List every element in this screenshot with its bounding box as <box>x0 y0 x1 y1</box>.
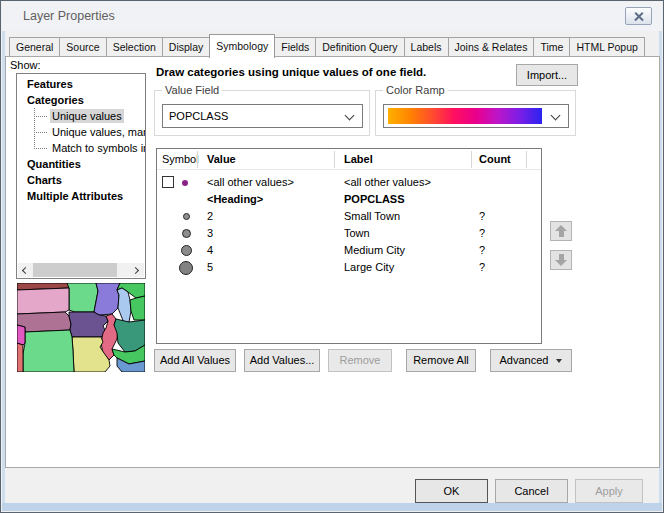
advanced-button[interactable]: Advanced <box>490 349 572 372</box>
column-divider <box>197 151 198 168</box>
tab-time[interactable]: Time <box>533 37 570 56</box>
arrow-down-icon <box>555 254 567 266</box>
tab-strip: GeneralSourceSelectionDisplaySymbologyFi… <box>9 34 644 56</box>
sidebar-item-label: Multiple Attributes <box>25 189 125 203</box>
add-all-values-button[interactable]: Add All Values <box>154 349 236 372</box>
cell-value: 2 <box>207 208 213 225</box>
advanced-button-label: Advanced <box>500 354 549 366</box>
tab-html-popup[interactable]: HTML Popup <box>569 37 644 56</box>
show-list-items: FeaturesCategoriesUnique valuesUnique va… <box>17 76 145 204</box>
add-values-button[interactable]: Add Values... <box>244 349 320 372</box>
color-ramp-swatch <box>388 108 542 124</box>
cell-count: ? <box>479 225 485 242</box>
sidebar-item-label: Match to symbols in a <box>50 141 145 155</box>
tab-display[interactable]: Display <box>162 37 210 56</box>
show-list: FeaturesCategoriesUnique valuesUnique va… <box>16 73 146 279</box>
cell-label: Small Town <box>344 208 400 225</box>
apply-button[interactable]: Apply <box>575 479 643 503</box>
horizontal-scrollbar[interactable] <box>18 263 144 277</box>
table-row[interactable]: <Heading>POPCLASS <box>157 191 541 208</box>
value-field-select[interactable]: POPCLASS <box>162 104 363 128</box>
cell-value: 5 <box>207 259 213 276</box>
value-field-selected: POPCLASS <box>169 110 228 122</box>
table-body: <all other values><all other values><Hea… <box>157 174 541 276</box>
chevron-down-icon <box>345 111 355 121</box>
scroll-left-icon <box>22 266 29 273</box>
tab-fields[interactable]: Fields <box>274 37 316 56</box>
remove-button[interactable]: Remove <box>328 349 392 372</box>
titlebar[interactable]: Layer Properties <box>2 2 662 31</box>
import-button[interactable]: Import... <box>516 64 578 86</box>
table-row[interactable]: 5Large City? <box>157 259 541 276</box>
symbol-table: Symbol Value Label Count <all other valu… <box>156 148 542 344</box>
point-symbol-swatch[interactable] <box>182 229 191 238</box>
color-ramp-label: Color Ramp <box>383 84 448 96</box>
cell-value: 3 <box>207 225 213 242</box>
point-symbol-swatch[interactable] <box>183 213 190 220</box>
tab-labels[interactable]: Labels <box>404 37 449 56</box>
value-field-label: Value Field <box>162 84 222 96</box>
point-symbol-swatch[interactable] <box>179 261 193 275</box>
tab-definition-query[interactable]: Definition Query <box>315 37 404 56</box>
cell-value: <Heading> <box>207 191 263 208</box>
cell-count: ? <box>479 259 485 276</box>
table-row[interactable]: <all other values><all other values> <box>157 174 541 191</box>
table-row[interactable]: 3Town? <box>157 225 541 242</box>
point-symbol-swatch[interactable] <box>182 180 188 186</box>
window-edge <box>2 503 662 511</box>
window-title: Layer Properties <box>23 9 115 23</box>
cell-label: <all other values> <box>344 174 431 191</box>
tab-general[interactable]: General <box>9 37 60 56</box>
close-button[interactable] <box>625 7 652 25</box>
sidebar-item-multiple-attributes[interactable]: Multiple Attributes <box>17 188 145 204</box>
column-header-symbol: Symbol <box>162 153 199 165</box>
cell-count: ? <box>479 242 485 259</box>
cell-label: Large City <box>344 259 394 276</box>
scroll-left-button[interactable] <box>18 263 32 277</box>
chevron-down-icon <box>551 111 561 121</box>
cell-count: ? <box>479 208 485 225</box>
cancel-button[interactable]: Cancel <box>495 479 568 503</box>
layer-properties-dialog: Layer Properties GeneralSourceSelectionD… <box>0 0 664 513</box>
scroll-right-button[interactable] <box>130 263 144 277</box>
cell-value: <all other values> <box>207 174 294 191</box>
value-field-group: Value Field POPCLASS <box>154 90 370 136</box>
sidebar-item-label: Charts <box>25 173 64 187</box>
arrow-up-icon <box>555 225 567 237</box>
sidebar-item-unique-values-many[interactable]: Unique values, many <box>17 124 145 140</box>
sidebar-item-match-to-symbols-in-a[interactable]: Match to symbols in a <box>17 140 145 156</box>
remove-all-button[interactable]: Remove All <box>406 349 476 372</box>
color-ramp-select[interactable] <box>383 104 569 128</box>
sidebar-item-label: Quantities <box>25 157 83 171</box>
sidebar-item-features[interactable]: Features <box>17 76 145 92</box>
table-row[interactable]: 4Medium City? <box>157 242 541 259</box>
sidebar-item-label: Unique values <box>50 109 124 123</box>
cell-label: POPCLASS <box>344 191 405 208</box>
column-divider <box>526 151 527 168</box>
show-label: Show: <box>10 59 41 71</box>
tab-selection[interactable]: Selection <box>106 37 163 56</box>
table-header: Symbol Value Label Count <box>157 149 541 170</box>
table-row[interactable]: 2Small Town? <box>157 208 541 225</box>
ok-button[interactable]: OK <box>415 479 488 503</box>
sidebar-item-categories[interactable]: Categories <box>17 92 145 108</box>
tab-joins-relates[interactable]: Joins & Relates <box>448 37 535 56</box>
color-ramp-group: Color Ramp <box>375 90 576 136</box>
page-heading: Draw categories using unique values of o… <box>156 66 426 78</box>
scroll-right-icon <box>132 266 139 273</box>
point-symbol-swatch[interactable] <box>181 245 192 256</box>
move-up-button[interactable] <box>550 221 572 241</box>
scrollbar-thumb[interactable] <box>33 263 117 277</box>
symbology-tab-page: Show: FeaturesCategoriesUnique valuesUni… <box>5 56 660 468</box>
sidebar-item-label: Features <box>25 77 75 91</box>
column-header-value: Value <box>207 153 236 165</box>
tab-source[interactable]: Source <box>59 37 106 56</box>
sidebar-item-quantities[interactable]: Quantities <box>17 156 145 172</box>
move-down-button[interactable] <box>550 250 572 270</box>
tab-symbology[interactable]: Symbology <box>209 34 275 58</box>
sidebar-item-unique-values[interactable]: Unique values <box>17 108 145 124</box>
sidebar-item-charts[interactable]: Charts <box>17 172 145 188</box>
all-other-values-checkbox[interactable] <box>162 176 174 188</box>
cell-label: Town <box>344 225 370 242</box>
dropdown-arrow-icon <box>556 359 562 363</box>
